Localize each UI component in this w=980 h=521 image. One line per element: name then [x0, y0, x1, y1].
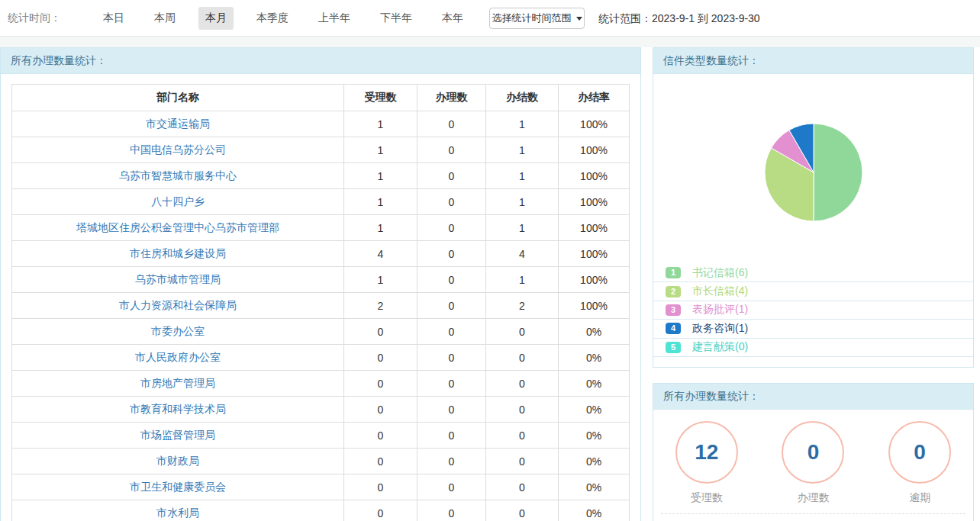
stat-value: 0 [808, 440, 820, 465]
department-link[interactable]: 市人民政府办公室 [12, 345, 344, 371]
table-cell: 0 [344, 449, 417, 474]
legend-label: 政务咨询(1) [692, 322, 748, 336]
column-header: 办理数 [417, 85, 486, 111]
tab-3[interactable]: 本月 [198, 7, 234, 30]
table-cell: 0 [344, 500, 417, 521]
table-cell: 1 [344, 189, 417, 215]
tab-2[interactable]: 本周 [147, 7, 182, 30]
department-stats-panel-title: 所有办理数量统计： [1, 48, 640, 74]
table-row: 市住房和城乡建设局404100% [12, 241, 630, 267]
table-cell: 0% [559, 423, 630, 449]
letter-type-panel-title: 信件类型数量统计： [653, 48, 973, 74]
table-cell: 0 [417, 267, 486, 293]
table-cell: 0 [417, 163, 486, 189]
table-cell: 1 [486, 137, 559, 163]
table-cell: 100% [559, 241, 630, 267]
department-link[interactable]: 市教育和科学技术局 [12, 397, 344, 423]
table-cell: 1 [486, 111, 559, 137]
table-cell: 0 [344, 423, 417, 449]
select-time-range-label: 选择统计时间范围 [492, 11, 572, 25]
stat-label: 逾期 [909, 491, 930, 505]
topbar: 统计时间： 本日本周本月本季度上半年下半年本年 选择统计时间范围 统计范围：20… [0, 0, 980, 37]
table-cell: 100% [559, 215, 630, 241]
department-link[interactable]: 中国电信乌苏分公司 [12, 137, 344, 163]
department-link[interactable]: 八十四户乡 [12, 189, 344, 215]
department-link[interactable]: 市交通运输局 [12, 111, 344, 137]
table-cell: 4 [486, 241, 559, 267]
table-row: 市委办公室0000% [12, 319, 630, 345]
department-link[interactable]: 乌苏市智慧城市服务中心 [12, 163, 344, 189]
department-link[interactable]: 市人力资源和社会保障局 [12, 293, 344, 319]
department-table-body: 市交通运输局101100%中国电信乌苏分公司101100%乌苏市智慧城市服务中心… [12, 111, 630, 521]
tab-5[interactable]: 上半年 [311, 7, 357, 30]
select-time-range-button[interactable]: 选择统计时间范围 [489, 8, 585, 29]
stat-item: 0办理数 [782, 421, 844, 505]
pie-chart-svg [764, 123, 863, 222]
department-link[interactable]: 市卫生和健康委员会 [12, 474, 344, 500]
pie-legend: 1书记信箱(6)2市长信箱(4)3表扬批评(1)4政务咨询(1)5建言献策(0) [653, 264, 973, 357]
tab-1[interactable]: 本日 [96, 7, 131, 30]
legend-item[interactable]: 1书记信箱(6) [653, 264, 973, 282]
pie-chart [653, 74, 973, 222]
table-row: 市场监督管理局0000% [12, 423, 630, 449]
table-cell: 0 [417, 215, 486, 241]
table-row: 市人民政府办公室0000% [12, 345, 630, 371]
table-cell: 0 [344, 319, 417, 345]
table-cell: 0 [417, 111, 486, 137]
department-link[interactable]: 塔城地区住房公积金管理中心乌苏市管理部 [12, 215, 344, 241]
legend-label: 表扬批评(1) [692, 303, 748, 317]
stat-value: 12 [695, 440, 718, 465]
pie-slice-1[interactable] [814, 124, 862, 221]
department-link[interactable]: 市房地产管理局 [12, 371, 344, 397]
legend-item[interactable]: 5建言献策(0) [653, 339, 973, 357]
legend-label: 建言献策(0) [692, 340, 748, 354]
dashed-divider [661, 513, 965, 514]
department-stats-panel: 所有办理数量统计： 部门名称受理数办理数办结数办结率 市交通运输局101100%… [0, 47, 641, 521]
table-row: 八十四户乡101100% [12, 189, 630, 215]
department-link[interactable]: 乌苏市城市管理局 [12, 267, 344, 293]
table-cell: 0 [344, 397, 417, 423]
table-cell: 1 [344, 215, 417, 241]
legend-label: 书记信箱(6) [692, 266, 748, 280]
table-row: 市房地产管理局0000% [12, 371, 630, 397]
tab-7[interactable]: 本年 [435, 7, 470, 30]
legend-rank-badge: 2 [666, 286, 681, 297]
department-link[interactable]: 市委办公室 [12, 319, 344, 345]
table-cell: 0 [344, 474, 417, 500]
department-link[interactable]: 市场监督管理局 [12, 423, 344, 449]
table-cell: 1 [486, 163, 559, 189]
table-cell: 100% [559, 189, 630, 215]
table-cell: 0% [559, 397, 630, 423]
legend-item[interactable]: 4政务咨询(1) [653, 320, 973, 338]
statistic-range-text: 统计范围：2023-9-1 到 2023-9-30 [598, 12, 760, 26]
table-cell: 0 [417, 474, 486, 500]
time-tabs: 本日本周本月本季度上半年下半年本年 [96, 7, 470, 30]
time-filter-label: 统计时间： [8, 11, 65, 25]
tab-6[interactable]: 下半年 [373, 7, 419, 30]
table-row: 市水利局0000% [12, 500, 630, 521]
table-cell: 0 [486, 319, 559, 345]
table-cell: 100% [559, 293, 630, 319]
table-cell: 0 [344, 345, 417, 371]
legend-rank-badge: 5 [666, 342, 681, 353]
table-cell: 1 [344, 111, 417, 137]
legend-item[interactable]: 2市长信箱(4) [653, 282, 973, 301]
table-cell: 0 [417, 293, 486, 319]
legend-rank-badge: 4 [666, 323, 681, 334]
table-cell: 0 [486, 500, 559, 521]
table-cell: 0% [559, 319, 630, 345]
department-link[interactable]: 市住房和城乡建设局 [12, 241, 344, 267]
department-link[interactable]: 市水利局 [12, 500, 344, 521]
stat-circle: 0 [782, 421, 844, 484]
tab-4[interactable]: 本季度 [250, 7, 295, 30]
table-cell: 1 [344, 137, 417, 163]
table-cell: 2 [486, 293, 559, 319]
legend-item[interactable]: 3表扬批评(1) [653, 301, 973, 320]
table-cell: 0 [417, 241, 486, 267]
department-link[interactable]: 市财政局 [12, 449, 344, 474]
table-cell: 0 [486, 371, 559, 397]
table-cell: 0% [559, 474, 630, 500]
table-row: 市人力资源和社会保障局202100% [12, 293, 630, 319]
table-cell: 0 [417, 319, 486, 345]
table-cell: 0% [559, 345, 630, 371]
